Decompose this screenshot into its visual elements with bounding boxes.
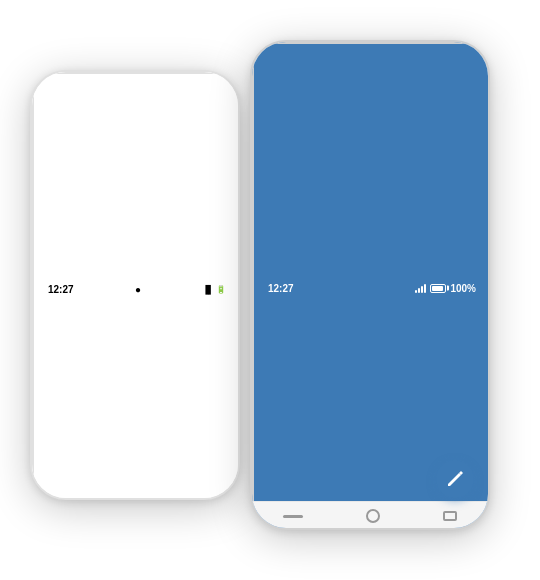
right-bottom-bar — [252, 501, 488, 528]
camera-dot: ● — [135, 284, 141, 295]
signal-battery-left: ▐▌ 🔋 — [202, 285, 226, 294]
phones-container: 12:27 ● ▐▌ 🔋 ‹ Sunny online — [30, 10, 510, 570]
bar1 — [415, 290, 417, 293]
right-square-indicator — [443, 511, 457, 521]
bar2 — [418, 288, 420, 293]
battery-icon — [430, 284, 446, 293]
bar3 — [421, 286, 423, 293]
battery-pct: 100% — [450, 283, 476, 294]
right-status-bar: 12:27 100% — [252, 42, 490, 530]
compose-fab[interactable] — [436, 460, 474, 498]
right-time: 12:27 — [268, 283, 294, 294]
signal-bars — [415, 283, 426, 293]
right-phone: 12:27 100% Telegram — [250, 40, 490, 530]
battery-fill — [432, 286, 443, 291]
status-icons: 100% — [415, 283, 476, 294]
right-home-indicator — [283, 515, 303, 518]
left-phone: 12:27 ● ▐▌ 🔋 ‹ Sunny online — [30, 70, 240, 500]
right-back-indicator — [366, 509, 380, 523]
left-status-bar: 12:27 ● ▐▌ 🔋 — [32, 72, 240, 500]
bar4 — [424, 284, 426, 293]
left-time: 12:27 — [48, 284, 74, 295]
